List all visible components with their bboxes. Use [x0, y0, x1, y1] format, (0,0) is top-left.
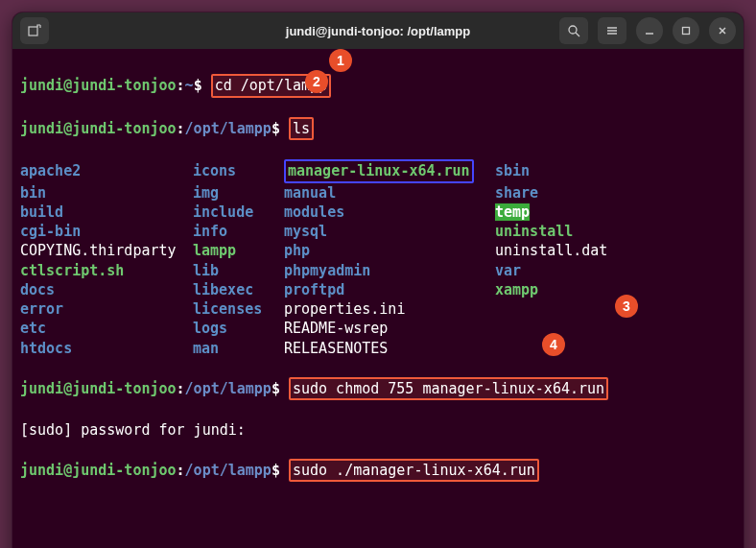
sudo-password-line: [sudo] password for jundi:: [20, 420, 736, 440]
ls-item: lampp: [193, 241, 284, 260]
ls-item: README-wsrep: [284, 319, 495, 338]
ls-item: licenses: [193, 299, 284, 319]
close-button[interactable]: [709, 17, 736, 44]
cwd: /opt/lampp: [185, 380, 272, 397]
ls-item: share: [495, 183, 538, 203]
user-host: jundi@jundi-tonjoo: [20, 380, 177, 397]
cmd-highlight-3: sudo chmod 755 manager-linux-x64.run: [289, 377, 608, 400]
minimize-button[interactable]: [636, 17, 663, 44]
prompt-line-1: jundi@jundi-tonjoo:~$ cd /opt/lampp: [20, 74, 736, 97]
ls-item: include: [193, 203, 284, 222]
ls-row: buildincludemodulestemp: [20, 203, 736, 222]
ls-item: var: [495, 261, 521, 280]
ls-item: etc: [20, 319, 193, 338]
ls-item: docs: [20, 280, 193, 299]
svg-line-2: [576, 33, 579, 36]
step-badge-2: 2: [305, 70, 328, 93]
step-badge-1: 1: [329, 49, 352, 72]
ls-item: xampp: [495, 280, 538, 299]
ls-item: proftpd: [284, 280, 495, 299]
svg-rect-7: [683, 28, 690, 35]
ls-item: cgi-bin: [20, 222, 193, 241]
ls-row: htdocsmanRELEASENOTES: [20, 339, 736, 358]
cwd: /opt/lampp: [185, 120, 272, 137]
prompt-line-2: jundi@jundi-tonjoo:/opt/lampp$ ls: [20, 117, 736, 140]
search-button[interactable]: [559, 17, 588, 44]
command-chmod: sudo chmod 755 manager-linux-x64.run: [293, 380, 604, 397]
cmd-highlight-4: sudo ./manager-linux-x64.run: [289, 459, 539, 482]
cmd-highlight-2: ls: [289, 117, 314, 140]
ls-item: uninstall.dat: [495, 241, 607, 260]
ls-item: sbin: [495, 161, 530, 180]
ls-item: info: [193, 222, 284, 241]
terminal-window: jundi@jundi-tonjoo: /opt/lampp jundi@jun…: [12, 12, 744, 548]
ls-item: uninstall: [495, 222, 573, 241]
ls-item: mysql: [284, 222, 495, 241]
ls-item: libexec: [193, 280, 284, 299]
cwd: ~: [185, 77, 194, 94]
step-badge-3: 3: [615, 295, 638, 318]
ls-item: apache2: [20, 161, 193, 180]
ls-item: man: [193, 339, 284, 358]
new-tab-button[interactable]: [20, 17, 49, 44]
ls-row: cgi-bininfomysqluninstall: [20, 222, 736, 241]
ls-item: modules: [284, 203, 495, 222]
ls-item: php: [284, 241, 495, 260]
ls-item: htdocs: [20, 339, 193, 358]
ls-row: binimgmanualshare: [20, 183, 736, 203]
ls-item: icons: [193, 161, 284, 180]
ls-item: phpmyadmin: [284, 261, 495, 280]
ls-item: img: [193, 183, 284, 203]
step-badge-4: 4: [542, 333, 565, 356]
svg-point-1: [569, 26, 577, 34]
maximize-button[interactable]: [673, 17, 699, 44]
ls-item: logs: [193, 319, 284, 338]
ls-item: build: [20, 203, 193, 222]
ls-row: etclogsREADME-wsrep: [20, 319, 736, 338]
terminal-content[interactable]: jundi@jundi-tonjoo:~$ cd /opt/lampp jund…: [12, 49, 744, 548]
user-host: jundi@jundi-tonjoo: [20, 120, 177, 137]
ls-item: manual: [284, 183, 495, 203]
ls-item: COPYING.thirdparty: [20, 241, 193, 260]
command-run: sudo ./manager-linux-x64.run: [293, 462, 535, 479]
ls-item: RELEASENOTES: [284, 339, 495, 358]
prompt-line-3: jundi@jundi-tonjoo:/opt/lampp$ sudo chmo…: [20, 377, 736, 400]
ls-row: COPYING.thirdpartylamppphpuninstall.dat: [20, 241, 736, 260]
ls-item: ctlscript.sh: [20, 261, 193, 280]
command-ls: ls: [293, 120, 310, 137]
user-host: jundi@jundi-tonjoo: [20, 462, 177, 479]
ls-item: bin: [20, 183, 193, 203]
ls-item: manager-linux-x64.run: [284, 159, 495, 182]
ls-item: lib: [193, 261, 284, 280]
menu-button[interactable]: [598, 17, 626, 44]
ls-item: properties.ini: [284, 299, 495, 319]
cwd: /opt/lampp: [185, 462, 272, 479]
ls-row: apache2iconsmanager-linux-x64.runsbin: [20, 159, 736, 182]
ls-output: apache2iconsmanager-linux-x64.runsbinbin…: [20, 159, 736, 358]
ls-item: temp: [495, 203, 530, 222]
user-host: jundi@jundi-tonjoo: [20, 77, 177, 94]
ls-item: error: [20, 299, 193, 319]
ls-row: ctlscript.shlibphpmyadminvar: [20, 261, 736, 280]
manager-highlight: manager-linux-x64.run: [284, 159, 474, 182]
svg-rect-0: [29, 27, 37, 36]
prompt-line-4: jundi@jundi-tonjoo:/opt/lampp$ sudo ./ma…: [20, 459, 736, 482]
titlebar: jundi@jundi-tonjoo: /opt/lampp: [12, 12, 744, 49]
